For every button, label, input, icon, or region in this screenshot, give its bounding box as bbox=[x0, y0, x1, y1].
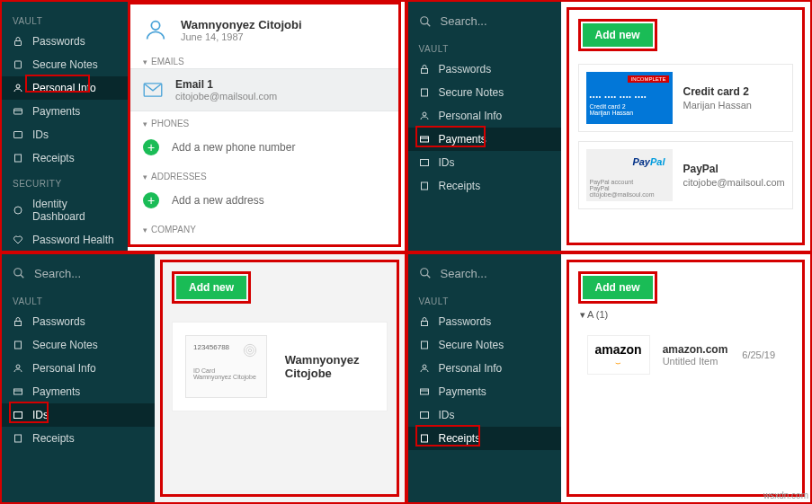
personal-info-detail: Wamnyonyez Citojobi June 14, 1987 EMAILS… bbox=[128, 2, 405, 251]
sidebar-item-payments[interactable]: Payments bbox=[408, 380, 561, 403]
label: A (1) bbox=[587, 309, 608, 320]
svg-point-2 bbox=[16, 84, 20, 88]
lock-icon bbox=[419, 64, 430, 75]
svg-rect-21 bbox=[15, 341, 22, 349]
svg-point-6 bbox=[14, 207, 22, 214]
sidebar-item-ids[interactable]: IDs bbox=[2, 123, 128, 146]
add-phone-row[interactable]: + Add a new phone number bbox=[130, 130, 398, 164]
add-new-button[interactable]: Add new bbox=[583, 23, 653, 47]
add-new-highlight: Add new bbox=[172, 271, 251, 304]
sidebar-item-passwords[interactable]: Passwords bbox=[2, 310, 155, 333]
sidebar-item-personal-info[interactable]: Personal Info bbox=[2, 76, 128, 100]
search-icon bbox=[13, 267, 25, 279]
person-icon bbox=[13, 83, 23, 93]
sidebar-item-secure-notes[interactable]: Secure Notes bbox=[408, 81, 561, 104]
incomplete-badge: INCOMPLETE bbox=[628, 75, 668, 83]
search-input[interactable]: Search... bbox=[408, 7, 561, 35]
sidebar-item-secure-notes[interactable]: Secure Notes bbox=[408, 333, 561, 357]
payment-card-credit[interactable]: INCOMPLETE •••• •••• •••• •••• Credit ca… bbox=[578, 64, 794, 132]
sidebar-item-personal-info[interactable]: Personal Info bbox=[408, 357, 561, 380]
label: Secure Notes bbox=[32, 339, 98, 351]
label: Add a new phone number bbox=[172, 141, 295, 154]
ids-list: Add new 123456788 ID Card Wamnyonyez Cit… bbox=[155, 254, 405, 503]
sidebar-item-personal-info[interactable]: Personal Info bbox=[2, 357, 155, 380]
receipt-icon bbox=[419, 181, 430, 191]
sidebar-item-receipts[interactable]: Receipts bbox=[408, 427, 561, 450]
card-title: Credit card 2 bbox=[683, 85, 752, 98]
email-label: Email 1 bbox=[175, 78, 277, 91]
label: Passwords bbox=[439, 315, 492, 328]
email-entry[interactable]: Email 1 citojobe@mailsoul.com bbox=[130, 68, 398, 111]
sidebar-item-password-health[interactable]: Password Health bbox=[2, 228, 128, 252]
label: Password Health bbox=[32, 234, 114, 246]
note-icon bbox=[13, 340, 23, 350]
svg-rect-31 bbox=[421, 341, 427, 349]
payment-card-paypal[interactable]: PayPal PayPal account PayPal citojobe@ma… bbox=[578, 141, 794, 209]
sidebar-item-identity-dashboard[interactable]: Identity Dashboard bbox=[2, 192, 128, 228]
sidebar-item-ids[interactable]: IDs bbox=[408, 403, 561, 427]
watermark: wsxdn.com bbox=[763, 491, 808, 500]
sidebar-item-receipts[interactable]: Receipts bbox=[2, 427, 155, 450]
label: Secure Notes bbox=[439, 339, 504, 351]
svg-rect-34 bbox=[420, 411, 428, 418]
add-new-button[interactable]: Add new bbox=[583, 276, 653, 299]
receipts-list: Add new ▾ A (1) amazon ⌣ amazon.com Unti… bbox=[561, 254, 811, 503]
id-entry[interactable]: 123456788 ID Card Wamnyonyez Citojobe Wa… bbox=[172, 322, 388, 411]
add-address-row[interactable]: + Add a new address bbox=[130, 183, 398, 217]
identity-dob: June 14, 1987 bbox=[181, 31, 302, 42]
sidebar-item-secure-notes[interactable]: Secure Notes bbox=[2, 333, 155, 357]
id-type: ID Card bbox=[193, 367, 259, 374]
sidebar-item-receipts[interactable]: Receipts bbox=[2, 146, 128, 170]
tile-line: PayPal account bbox=[590, 179, 669, 185]
group-header-a[interactable]: ▾ A (1) bbox=[578, 304, 794, 326]
identity-name: Wamnyonyez Citojobi bbox=[181, 18, 302, 31]
dashboard-icon bbox=[13, 205, 23, 216]
sidebar: Search... VAULT Passwords Secure Notes P… bbox=[408, 254, 561, 503]
label: IDs bbox=[439, 156, 455, 169]
section-phones[interactable]: PHONES bbox=[130, 111, 398, 130]
label: Secure Notes bbox=[439, 86, 504, 99]
tile-line: Marijan Hassan bbox=[590, 110, 669, 116]
label: IDs bbox=[32, 128, 49, 141]
id-icon bbox=[13, 410, 23, 420]
search-input[interactable]: Search... bbox=[2, 260, 155, 287]
sidebar-item-passwords[interactable]: Passwords bbox=[2, 30, 128, 53]
id-card-tile: 123456788 ID Card Wamnyonyez Citojobe bbox=[185, 335, 267, 398]
section-vault: VAULT bbox=[408, 287, 561, 310]
search-input[interactable]: Search... bbox=[408, 260, 561, 287]
label: Passwords bbox=[32, 35, 85, 48]
section-security: SECURITY bbox=[2, 170, 128, 192]
sidebar-item-personal-info[interactable]: Personal Info bbox=[408, 104, 561, 128]
receipt-date: 6/25/19 bbox=[742, 349, 775, 360]
sidebar-item-passwords[interactable]: Passwords bbox=[408, 310, 561, 333]
note-icon bbox=[419, 340, 430, 350]
sidebar-item-secure-notes[interactable]: Secure Notes bbox=[2, 53, 128, 76]
svg-rect-30 bbox=[421, 321, 427, 325]
section-addresses[interactable]: ADDRESSES bbox=[130, 164, 398, 183]
lock-icon bbox=[419, 316, 430, 327]
section-company[interactable]: COMPANY bbox=[130, 217, 398, 236]
sidebar-item-passwords[interactable]: Passwords bbox=[408, 57, 561, 81]
email-value: citojobe@mailsoul.com bbox=[175, 91, 277, 102]
sidebar-item-payments[interactable]: Payments bbox=[2, 380, 155, 403]
sidebar-item-ids[interactable]: IDs bbox=[2, 403, 155, 427]
sidebar-item-ids[interactable]: IDs bbox=[408, 151, 561, 174]
section-emails[interactable]: EMAILS bbox=[130, 49, 398, 68]
svg-rect-0 bbox=[15, 41, 22, 46]
svg-rect-25 bbox=[15, 435, 22, 442]
search-icon bbox=[419, 15, 432, 28]
label: IDs bbox=[32, 409, 49, 421]
sidebar-item-receipts[interactable]: Receipts bbox=[408, 174, 561, 198]
label: Receipts bbox=[439, 432, 481, 445]
lock-icon bbox=[13, 316, 23, 327]
add-new-button[interactable]: Add new bbox=[176, 276, 246, 299]
person-icon bbox=[143, 17, 168, 42]
label: Identity Dashboard bbox=[32, 198, 117, 223]
receipt-entry[interactable]: amazon ⌣ amazon.com Untitled Item 6/25/1… bbox=[578, 326, 794, 384]
placeholder: Search... bbox=[34, 267, 81, 280]
svg-point-32 bbox=[423, 365, 426, 368]
panel-personal-info: VAULT Passwords Secure Notes Personal In… bbox=[0, 0, 406, 252]
sidebar-item-payments[interactable]: Payments bbox=[2, 100, 128, 123]
svg-rect-33 bbox=[420, 389, 428, 394]
sidebar-item-payments[interactable]: Payments bbox=[408, 128, 561, 151]
